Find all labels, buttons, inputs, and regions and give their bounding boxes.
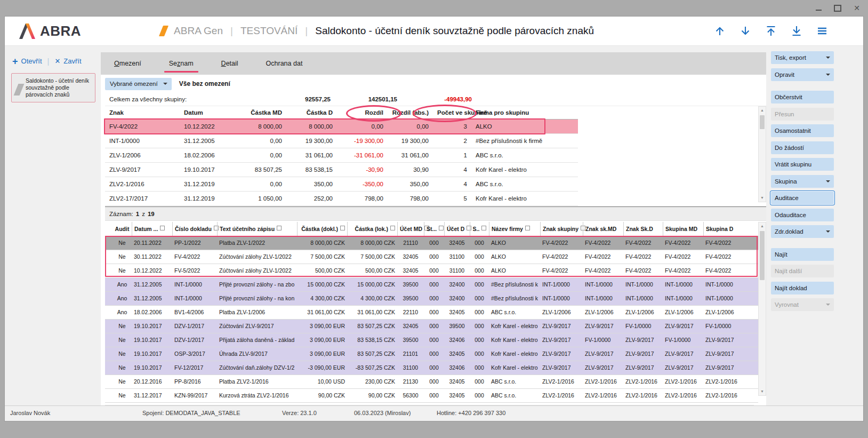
- column-header-castka-lok[interactable]: Částka (lok.): [347, 222, 397, 236]
- cell: 56300: [397, 389, 424, 402]
- column-header-ucet-md[interactable]: Účet MD: [397, 222, 424, 236]
- sidebar-button-osamostatnit[interactable]: Osamostatnit: [771, 124, 834, 137]
- journal-row[interactable]: Ne19.10.2017DZV-1/2017Přijatá záloha dan…: [105, 333, 758, 347]
- journal-row[interactable]: Ano31.12.2005INT-1/0000Přijté provozní z…: [105, 278, 758, 292]
- journal-row[interactable]: Ne19.10.2017OSP-3/2017Úhrada ZLV-9/20173…: [105, 347, 758, 361]
- open-button[interactable]: + Otevřít: [12, 57, 42, 65]
- sort-box-icon[interactable]: [481, 226, 486, 230]
- group-row[interactable]: ZLV2-1/201631.12.20190,00350,00-350,0035…: [105, 177, 578, 192]
- tab-detail[interactable]: Detail: [220, 60, 240, 67]
- column-header-rozdil-abs[interactable]: Rozdíl (abs.): [388, 106, 433, 119]
- column-header-castka-dokl[interactable]: Částka (dokl.): [297, 222, 347, 236]
- cell: FV-1/0000: [663, 333, 703, 347]
- column-header-text-ucetniho-zapisu[interactable]: Text účetního zápisu: [217, 222, 297, 236]
- tab-omezeni[interactable]: Omezení: [112, 60, 143, 67]
- column-header-znak[interactable]: Znak: [105, 106, 180, 119]
- column-header-audit[interactable]: Audit: [112, 222, 132, 236]
- cell: 39500: [444, 320, 470, 333]
- column-header-znak-sk-d[interactable]: Znak Sk.D: [623, 222, 663, 236]
- journal-row[interactable]: Ne20.12.2016PP-8/2016Platba ZLV2-1/20161…: [105, 375, 758, 389]
- cell: 3: [433, 120, 471, 133]
- cell: ZLV2-1/2016: [703, 389, 758, 402]
- scrollbar-thumb[interactable]: [760, 115, 765, 129]
- maximize-button[interactable]: [833, 3, 842, 13]
- sort-box-icon[interactable]: [340, 226, 345, 230]
- group-row[interactable]: INT-1/000031.12.20050,0019 300,00-19 300…: [105, 134, 578, 148]
- sidebar-button-skupina[interactable]: Skupina: [771, 175, 834, 188]
- move-top-icon[interactable]: [764, 24, 778, 38]
- sidebar-button-tisk-export[interactable]: Tisk, export: [771, 51, 834, 64]
- group-row[interactable]: ZLV-9/201719.10.201783 507,2583 538,15-3…: [105, 163, 578, 177]
- sidebar-button-auditace[interactable]: Auditace: [771, 192, 834, 204]
- cell: Kurzová ztráta ZLV2-1/2016: [217, 389, 297, 402]
- journal-row[interactable]: Ne19.10.2017FV-12/2017Zúčtování daň.zálo…: [105, 361, 758, 375]
- sidebar-button-obcerstvit[interactable]: Občerstvit: [771, 91, 834, 103]
- column-header-datum[interactable]: Datum ...: [132, 222, 172, 236]
- group-row[interactable]: ZLV-1/200618.02.20060,0031 061,00-31 061…: [105, 148, 578, 163]
- sidebar-button-odauditace[interactable]: Odauditace: [771, 209, 834, 221]
- cell: Platba ZLV-1/2022: [217, 236, 297, 250]
- sidebar-button-opravit[interactable]: Opravit: [771, 68, 834, 81]
- sidebar-button-najit-doklad[interactable]: Najít doklad: [771, 282, 834, 294]
- sort-box-icon[interactable]: [390, 226, 395, 230]
- sort-box-icon[interactable]: [160, 226, 165, 230]
- open-agenda-card[interactable]: Saldokonto - účetní deník souvztažně pod…: [11, 73, 95, 102]
- journal-row[interactable]: Ano31.12.2005INT-1/0000Přijté provozní z…: [105, 292, 758, 306]
- sidebar-button-zdr-doklad[interactable]: Zdr.doklad: [771, 225, 834, 238]
- column-header-nazev-firmy[interactable]: Název firmy: [489, 222, 540, 236]
- row-gutter: [105, 361, 112, 375]
- column-header-pocet-ve-skupine[interactable]: Počet ve skupině: [433, 106, 471, 119]
- column-header-datum[interactable]: Datum: [180, 106, 236, 119]
- journal-row[interactable]: Ano18.02.2006BV1-4/2006Platba ZLV-1/2006…: [105, 306, 758, 320]
- scroll-down-icon[interactable]: ▼: [759, 388, 766, 395]
- journal-row[interactable]: Ne19.10.2017DZV-1/2017Zúčtování ZLV-9/20…: [105, 320, 758, 333]
- column-header-znak-skupiny[interactable]: Znak skupiny: [540, 222, 583, 236]
- row-gutter: [105, 389, 112, 402]
- sort-box-icon[interactable]: [525, 226, 530, 230]
- column-header-s[interactable]: S..: [470, 222, 489, 236]
- column-header-castka-md[interactable]: Částka MD: [236, 106, 286, 119]
- journal-row[interactable]: Ne30.11.2022FV-4/2022Zúčtování zálohy ZL…: [105, 250, 758, 264]
- column-header-st[interactable]: St...: [424, 222, 444, 236]
- column-header-skupina-md[interactable]: Skupina MD: [663, 222, 703, 236]
- sidebar-button-najit[interactable]: Najít: [771, 248, 834, 261]
- cell: 0,00: [236, 148, 286, 162]
- scrollbar-thumb[interactable]: [760, 231, 765, 280]
- scroll-up-icon[interactable]: ▲: [759, 222, 766, 230]
- column-header-rozdil[interactable]: Rozdíl: [337, 106, 388, 119]
- menu-icon[interactable]: [815, 24, 829, 38]
- group-row[interactable]: ZLV2-17/201731.12.20191 050,00252,00798,…: [105, 192, 578, 206]
- column-header-label: Částka (dokl.): [301, 226, 338, 232]
- journal-row[interactable]: Ne10.12.2022FV-5/2022Zúčtování zálohy ZL…: [105, 264, 758, 278]
- group-row[interactable]: FV-4/202210.12.20228 000,008 000,000,000…: [105, 120, 578, 134]
- tab-ochrana-dat[interactable]: Ochrana dat: [264, 60, 304, 67]
- sidebar-button-do-zadosti[interactable]: Do žádostí: [771, 141, 834, 154]
- move-bottom-icon[interactable]: [790, 24, 803, 38]
- column-header-firma-pro-skupinu[interactable]: Firma pro skupinu: [471, 106, 578, 119]
- sort-box-icon[interactable]: [277, 226, 282, 230]
- journal-row[interactable]: Ne20.11.2022PP-1/2022Platba ZLV-1/20228 …: [105, 236, 758, 250]
- sidebar-button-presun: Přesun: [771, 108, 834, 121]
- minimize-button[interactable]: [814, 3, 823, 13]
- column-header-znak-sk-md[interactable]: Znak sk.MD: [583, 222, 623, 236]
- close-button[interactable]: ✕: [852, 3, 862, 13]
- sidebar-button-vyrovnat: Vyrovnat: [771, 298, 834, 311]
- cell: FV-4/2022: [583, 250, 623, 264]
- column-header-ucet-d[interactable]: Účet D: [444, 222, 470, 236]
- groups-vertical-scrollbar[interactable]: ▲ ▼: [758, 106, 766, 202]
- close-view-button[interactable]: ✕ Zavřít: [54, 57, 81, 65]
- move-up-icon[interactable]: [713, 24, 727, 38]
- scroll-up-icon[interactable]: ▲: [759, 107, 766, 114]
- column-header-skupina-d[interactable]: Skupina D: [703, 222, 758, 236]
- journal-table: AuditDatum ...Číslo dokladuText účetního…: [105, 222, 766, 403]
- sidebar-button-vratit-skupinu[interactable]: Vrátit skupinu: [771, 158, 834, 171]
- journal-row[interactable]: Ne31.12.2017KZN-99/2017Kurzová ztráta ZL…: [105, 389, 758, 403]
- journal-vertical-scrollbar[interactable]: ▲ ▼: [758, 222, 766, 396]
- move-down-icon[interactable]: [738, 24, 752, 38]
- column-header-cislo-dokladu[interactable]: Číslo dokladu: [172, 222, 217, 236]
- scroll-down-icon[interactable]: ▼: [759, 194, 766, 202]
- selected-restriction-dropdown[interactable]: Vybrané omezení: [105, 78, 172, 90]
- column-header-castka-d[interactable]: Částka D: [286, 106, 337, 119]
- sort-box-icon[interactable]: [439, 226, 444, 230]
- tab-seznam[interactable]: Seznam: [167, 60, 195, 67]
